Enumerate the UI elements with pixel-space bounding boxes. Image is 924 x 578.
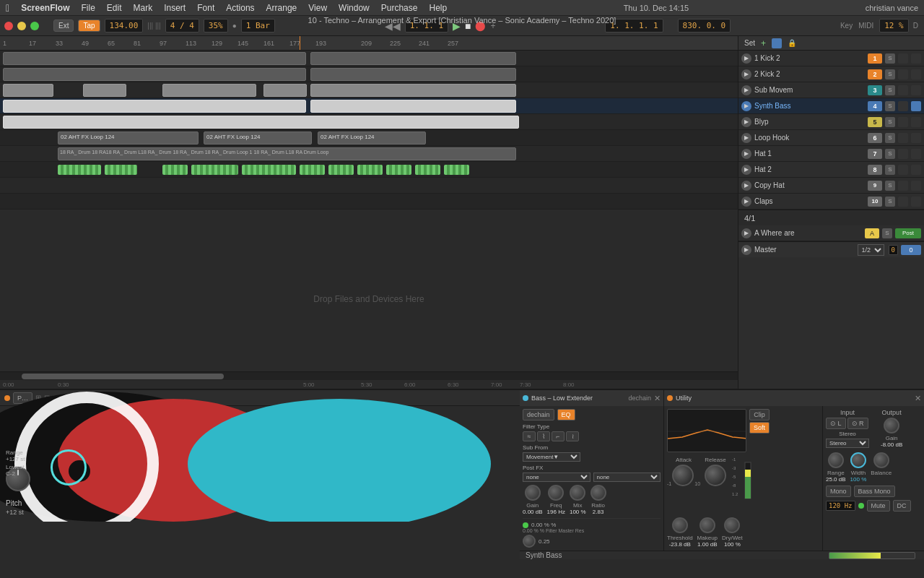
ext-button[interactable]: Ext — [53, 20, 74, 32]
input-l-btn[interactable]: ⊙ L — [826, 418, 846, 429]
eq-btn[interactable]: EQ — [557, 409, 575, 420]
bar-display[interactable]: 1 Bar — [241, 19, 275, 33]
master-blue-btn[interactable]: 0 — [901, 245, 921, 255]
fmr-knob[interactable] — [523, 535, 536, 548]
track-more-6[interactable] — [911, 133, 921, 143]
dechain-btn[interactable]: dechain — [523, 409, 554, 420]
post-btn[interactable]: Post — [895, 228, 921, 238]
apple-menu[interactable]:  — [6, 2, 9, 14]
dc-btn[interactable]: DC — [893, 500, 911, 512]
a-badge[interactable]: A — [865, 228, 879, 238]
makeup-knob[interactable] — [699, 517, 715, 533]
track-play-5[interactable]: ▶ — [741, 117, 751, 127]
menu-file[interactable]: File — [81, 3, 95, 13]
track-num-4[interactable]: 4 — [868, 101, 882, 111]
track-num-10[interactable]: 10 — [868, 197, 882, 207]
track-s-8[interactable]: S — [885, 165, 895, 175]
menu-window[interactable]: Window — [339, 3, 370, 13]
track-play-4[interactable]: ▶ — [741, 101, 751, 111]
gain-knob[interactable] — [525, 485, 541, 501]
master-num[interactable]: 0 — [889, 245, 898, 255]
record-button[interactable]: ⬤ — [475, 20, 486, 31]
track-more-7[interactable] — [911, 149, 921, 159]
track-s-3[interactable]: S — [885, 85, 895, 95]
add-icon[interactable]: + — [490, 21, 495, 31]
menu-font[interactable]: Font — [197, 3, 214, 13]
bass-mono-btn[interactable]: Bass Mono — [854, 486, 895, 497]
add-icon[interactable]: + — [761, 38, 766, 48]
freq-knob[interactable] — [548, 485, 564, 501]
track-play-3[interactable]: ▶ — [741, 85, 751, 95]
track-num-2[interactable]: 2 — [868, 69, 882, 79]
track-mute-8[interactable] — [898, 165, 908, 175]
bpm-display[interactable]: 134.00 — [105, 19, 144, 33]
track-mute-4[interactable] — [898, 101, 908, 111]
output-gain-knob[interactable] — [884, 418, 899, 434]
tap-button[interactable]: Tap — [78, 20, 100, 32]
input-r-btn[interactable]: ⊙ R — [847, 418, 868, 429]
filter-btn-4[interactable]: ≀ — [566, 431, 579, 441]
bass-mono-on[interactable] — [858, 503, 864, 509]
track-num-6[interactable]: 6 — [868, 133, 882, 143]
track-num-9[interactable]: 9 — [868, 181, 882, 191]
track-s-5[interactable]: S — [885, 117, 895, 127]
scrollbar-thumb-main[interactable] — [22, 374, 224, 379]
range-knob[interactable] — [828, 452, 844, 468]
loop-end[interactable]: 830. 0. 0 — [678, 19, 731, 33]
track-mute-3[interactable] — [898, 85, 908, 95]
track-num-7[interactable]: 7 — [868, 149, 882, 159]
menu-actions[interactable]: Actions — [226, 3, 254, 13]
stop-button[interactable]: ■ — [465, 20, 471, 32]
track-more-8[interactable] — [911, 165, 921, 175]
track-more-5[interactable] — [911, 117, 921, 127]
menu-screenflow[interactable]: ScreenFlow — [21, 3, 69, 13]
ratio-knob[interactable] — [590, 485, 606, 501]
window-maximize[interactable] — [30, 22, 39, 30]
track-more-10[interactable] — [911, 197, 921, 207]
track-s-2[interactable]: S — [885, 69, 895, 79]
menu-purchase[interactable]: Purchase — [381, 3, 418, 13]
window-close[interactable] — [4, 22, 13, 30]
clip-btn[interactable]: Clip — [749, 409, 770, 420]
track-num-3[interactable]: 3 — [868, 85, 882, 95]
a-s[interactable]: S — [882, 228, 892, 238]
track-more-4[interactable] — [911, 101, 921, 111]
track-play-7[interactable]: ▶ — [741, 149, 751, 159]
settings-icon[interactable] — [772, 38, 782, 48]
h-scrollbar[interactable] — [0, 371, 738, 380]
track-mute-7[interactable] — [898, 149, 908, 159]
filter-btn-3[interactable]: ⌐ — [552, 431, 565, 441]
track-play-8[interactable]: ▶ — [741, 165, 751, 175]
track-num-8[interactable]: 8 — [868, 165, 882, 175]
track-s-9[interactable]: S — [885, 181, 895, 191]
balance-knob[interactable] — [873, 452, 889, 468]
attack-knob[interactable] — [672, 465, 694, 486]
time-sig[interactable]: 4 / 4 — [165, 19, 199, 33]
menu-edit[interactable]: Edit — [107, 3, 122, 13]
zoom-display[interactable]: 35% — [204, 19, 228, 33]
menu-insert[interactable]: Insert — [164, 3, 186, 13]
filter-btn-1[interactable]: ≈ — [523, 431, 536, 441]
lock-icon[interactable]: 🔒 — [788, 39, 796, 47]
menu-view[interactable]: View — [308, 3, 327, 13]
track-play-10[interactable]: ▶ — [741, 197, 751, 207]
track-mute-2[interactable] — [898, 69, 908, 79]
track-num-1[interactable]: 1 — [868, 53, 882, 64]
mute-btn[interactable]: Mute — [867, 500, 890, 512]
menu-help[interactable]: Help — [429, 3, 447, 13]
master-play[interactable]: ▶ — [741, 245, 751, 255]
window-minimize[interactable] — [17, 22, 26, 30]
back-icon[interactable]: ◀◀ — [385, 20, 401, 32]
drywet-knob[interactable] — [724, 517, 740, 533]
track-play-2[interactable]: ▶ — [741, 69, 751, 79]
pos1-display[interactable]: 1. 1. 1 — [405, 19, 448, 33]
bass-close-icon[interactable]: ✕ — [654, 394, 661, 403]
track-s-4[interactable]: S — [885, 101, 895, 111]
track-num-5[interactable]: 5 — [868, 117, 882, 127]
track-more-2[interactable] — [911, 69, 921, 79]
track-play-6[interactable]: ▶ — [741, 133, 751, 143]
stereo-select[interactable]: Stereo — [826, 439, 869, 448]
track-play-9[interactable]: ▶ — [741, 181, 751, 191]
width-knob[interactable] — [850, 452, 866, 468]
a-play[interactable]: ▶ — [741, 228, 751, 238]
